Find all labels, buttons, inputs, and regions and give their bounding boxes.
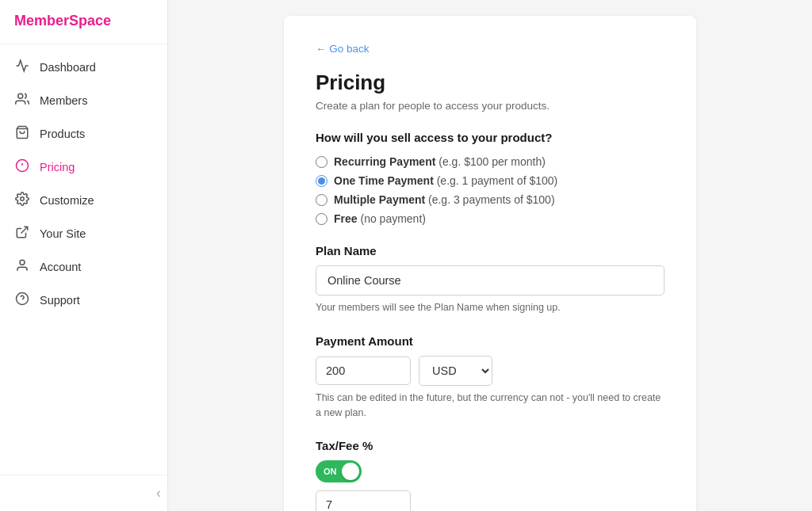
payment-amount-label: Payment Amount (316, 334, 665, 348)
toggle-knob (342, 463, 359, 480)
amount-row: USD EUR GBP CAD AUD (316, 356, 665, 386)
account-icon (14, 258, 30, 276)
tax-fee-section: Tax/Fee % ON This is optional. The Tax/F… (316, 439, 665, 511)
pricing-card: ← Go back Pricing Create a plan for peop… (284, 16, 696, 511)
radio-option-one-time[interactable]: One Time Payment (e.g. 1 payment of $100… (316, 174, 665, 187)
plan-name-section: Plan Name Your members will see the Plan… (316, 244, 665, 315)
dashboard-icon (14, 59, 30, 76)
payment-section-heading: How will you sell access to your product… (316, 131, 665, 144)
sidebar-item-pricing[interactable]: Pricing (0, 151, 167, 184)
sidebar-item-account[interactable]: Account (0, 250, 167, 284)
plan-name-hint: Your members will see the Plan Name when… (316, 300, 665, 315)
support-icon (14, 292, 30, 309)
radio-multiple[interactable] (316, 194, 327, 206)
chevron-left-icon: ‹ (156, 485, 161, 501)
sidebar-item-members-label: Members (40, 94, 87, 107)
plan-name-input[interactable] (316, 265, 665, 296)
radio-recurring[interactable] (316, 156, 327, 168)
tax-input[interactable] (316, 490, 411, 511)
amount-input[interactable] (316, 357, 411, 385)
customize-icon (14, 192, 30, 209)
radio-option-multiple[interactable]: Multiple Payment (e.g. 3 payments of $10… (316, 193, 665, 206)
radio-one-time[interactable] (316, 175, 327, 187)
tax-toggle[interactable]: ON (316, 460, 362, 482)
tax-toggle-row: ON (316, 460, 665, 482)
toggle-on-label: ON (324, 467, 337, 476)
payment-amount-hint: This can be edited in the future, but th… (316, 391, 665, 421)
sidebar-item-members[interactable]: Members (0, 84, 167, 117)
logo-text: MemberSpace (14, 13, 111, 29)
radio-recurring-label: Recurring Payment (e.g. $100 per month) (334, 155, 546, 168)
radio-option-free[interactable]: Free (no payment) (316, 212, 665, 225)
app-logo: MemberSpace (0, 0, 167, 44)
sidebar-item-customize[interactable]: Customize (0, 184, 167, 217)
sidebar-item-pricing-label: Pricing (40, 161, 75, 174)
page-subtitle: Create a plan for people to access your … (316, 100, 665, 112)
sidebar-item-products-label: Products (40, 128, 85, 140)
sidebar: MemberSpace Dashboard Members Products P… (0, 0, 168, 511)
radio-one-time-label: One Time Payment (e.g. 1 payment of $100… (334, 174, 557, 187)
sidebar-collapse-button[interactable]: ‹ (0, 475, 167, 511)
go-back-link[interactable]: ← Go back (316, 43, 370, 55)
members-icon (14, 92, 30, 109)
main-content: ← Go back Pricing Create a plan for peop… (168, 0, 812, 511)
currency-select[interactable]: USD EUR GBP CAD AUD (419, 356, 492, 386)
pricing-icon (14, 158, 30, 176)
payment-options-group: Recurring Payment (e.g. $100 per month) … (316, 155, 665, 225)
svg-line-6 (21, 227, 28, 233)
radio-free-label: Free (no payment) (334, 212, 426, 225)
sidebar-item-your-site-label: Your Site (40, 227, 86, 240)
payment-type-section: How will you sell access to your product… (316, 131, 665, 225)
sidebar-item-dashboard-label: Dashboard (40, 61, 96, 74)
sidebar-item-dashboard[interactable]: Dashboard (0, 51, 167, 84)
payment-amount-section: Payment Amount USD EUR GBP CAD AUD This … (316, 334, 665, 421)
svg-point-0 (18, 93, 23, 98)
sidebar-nav: Dashboard Members Products Pricing Custo… (0, 44, 167, 475)
radio-free[interactable] (316, 213, 327, 225)
svg-point-7 (20, 260, 25, 265)
radio-multiple-label: Multiple Payment (e.g. 3 payments of $10… (334, 193, 555, 206)
page-title: Pricing (316, 71, 665, 95)
products-icon (14, 125, 30, 143)
your-site-icon (14, 225, 30, 242)
sidebar-item-your-site[interactable]: Your Site (0, 217, 167, 250)
tax-fee-label: Tax/Fee % (316, 439, 665, 452)
sidebar-item-account-label: Account (40, 261, 81, 273)
sidebar-item-support[interactable]: Support (0, 284, 167, 317)
plan-name-label: Plan Name (316, 244, 665, 257)
sidebar-item-customize-label: Customize (40, 194, 94, 207)
sidebar-item-products[interactable]: Products (0, 117, 167, 151)
sidebar-item-support-label: Support (40, 294, 80, 307)
svg-point-5 (21, 197, 25, 201)
radio-option-recurring[interactable]: Recurring Payment (e.g. $100 per month) (316, 155, 665, 168)
